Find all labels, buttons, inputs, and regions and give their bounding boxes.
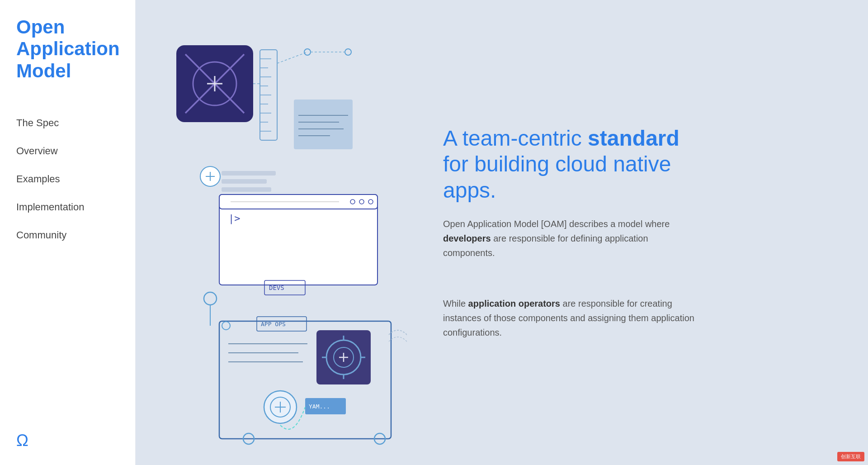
sidebar-item-examples[interactable]: Examples bbox=[16, 165, 126, 193]
sidebar-item-the-spec[interactable]: The Spec bbox=[16, 109, 126, 137]
content-block-2: While application operators are responsi… bbox=[443, 296, 696, 340]
devs-label: DEVS bbox=[269, 284, 284, 291]
sidebar: Open Application Model The Spec Overview… bbox=[0, 0, 136, 465]
illustration-panel: |> DEVS APP OPS bbox=[136, 0, 407, 465]
heading-1: A team-centric standard for building clo… bbox=[443, 125, 696, 204]
brand-title: Open Application Model bbox=[16, 16, 126, 82]
main-illustration: |> DEVS APP OPS bbox=[136, 0, 407, 465]
svg-point-39 bbox=[204, 292, 217, 305]
sidebar-item-overview[interactable]: Overview bbox=[16, 137, 126, 165]
main-area: |> DEVS APP OPS bbox=[136, 0, 868, 465]
svg-text:|>: |> bbox=[228, 213, 241, 224]
watermark: 创新互联 bbox=[837, 452, 864, 461]
content-block-1: A team-centric standard for building clo… bbox=[443, 125, 696, 261]
svg-text:YAM...: YAM... bbox=[309, 403, 330, 410]
svg-rect-29 bbox=[222, 179, 267, 184]
sidebar-item-implementation[interactable]: Implementation bbox=[16, 193, 126, 221]
svg-point-18 bbox=[345, 49, 351, 55]
sidebar-nav: The Spec Overview Examples Implementatio… bbox=[16, 109, 126, 249]
svg-rect-30 bbox=[222, 187, 271, 192]
omega-icon: Ω bbox=[16, 432, 28, 449]
paragraph-2: While application operators are responsi… bbox=[443, 296, 696, 340]
paragraph-1: Open Application Model [OAM] describes a… bbox=[443, 217, 696, 260]
svg-point-62 bbox=[222, 322, 230, 330]
content-panel: A team-centric standard for building clo… bbox=[407, 0, 868, 465]
svg-text:APP OPS: APP OPS bbox=[261, 321, 286, 327]
sidebar-item-community[interactable]: Community bbox=[16, 221, 126, 249]
svg-rect-20 bbox=[294, 100, 353, 149]
svg-line-16 bbox=[277, 52, 307, 63]
svg-rect-28 bbox=[222, 171, 276, 176]
